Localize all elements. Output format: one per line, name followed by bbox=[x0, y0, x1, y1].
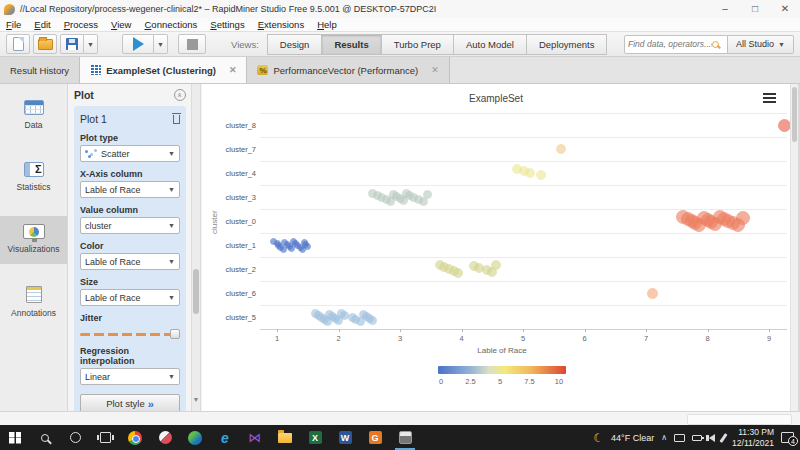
sidebar-item-visualizations[interactable]: Visualizations bbox=[0, 216, 67, 264]
menu-item-file[interactable]: File bbox=[6, 19, 21, 30]
delete-plot-icon[interactable] bbox=[173, 115, 180, 124]
taskbar-paint-button[interactable] bbox=[150, 425, 180, 450]
system-tray: ☾44°F Clear∧11:30 PM12/11/20214 bbox=[593, 427, 800, 448]
panel-scrollbar[interactable]: ▼ bbox=[192, 84, 201, 411]
new-process-button[interactable] bbox=[6, 34, 30, 54]
scatter-point[interactable] bbox=[304, 243, 311, 250]
new-file-icon bbox=[13, 37, 24, 51]
taskbar-ie-button[interactable]: e bbox=[210, 425, 240, 450]
taskbar-search-button[interactable] bbox=[30, 425, 60, 450]
save-button[interactable] bbox=[60, 34, 84, 54]
close-button[interactable]: ✕ bbox=[770, 0, 800, 18]
taskbar-rapidminer-button[interactable] bbox=[390, 425, 420, 450]
close-tab-icon[interactable]: ✕ bbox=[431, 65, 439, 75]
stop-button[interactable] bbox=[178, 34, 206, 54]
tab-result-history[interactable]: Result History bbox=[0, 57, 80, 83]
network-icon[interactable] bbox=[674, 434, 685, 442]
view-switcher: DesignResultsTurbo PrepAuto ModelDeploym… bbox=[267, 34, 608, 55]
scatter-point[interactable] bbox=[778, 119, 791, 132]
scatter-point[interactable] bbox=[368, 316, 377, 325]
y-tick-label: cluster_5 bbox=[208, 313, 256, 322]
taskbar-task-view-button[interactable] bbox=[90, 425, 120, 450]
menu-item-extensions[interactable]: Extensions bbox=[258, 19, 304, 30]
minimize-button[interactable]: – bbox=[710, 0, 740, 18]
collapse-panel-button[interactable]: » bbox=[174, 89, 186, 101]
taskbar-word-button[interactable]: W bbox=[330, 425, 360, 450]
taskbar-idm-button[interactable] bbox=[180, 425, 210, 450]
taskbar-maxthon-button[interactable]: ⋈ bbox=[240, 425, 270, 450]
panel-scrollbar-thumb[interactable] bbox=[193, 269, 199, 314]
menu-item-help[interactable]: Help bbox=[317, 19, 337, 30]
weather-status[interactable]: 44°F Clear bbox=[611, 433, 654, 443]
taskbar-grabber-button[interactable]: G bbox=[360, 425, 390, 450]
close-tab-icon[interactable]: ✕ bbox=[229, 65, 237, 75]
scatter-type-icon bbox=[85, 149, 97, 158]
regression-interpolation-dropdown[interactable]: Linear▼ bbox=[80, 368, 180, 385]
search-icon[interactable] bbox=[712, 41, 719, 48]
run-button[interactable] bbox=[122, 34, 154, 54]
menu-item-view[interactable]: View bbox=[111, 19, 131, 30]
views-label: Views: bbox=[231, 39, 259, 50]
scatter-point[interactable] bbox=[491, 260, 501, 270]
chart-menu-icon[interactable] bbox=[763, 93, 776, 103]
scatter-point[interactable] bbox=[736, 211, 750, 225]
menu-item-connections[interactable]: Connections bbox=[144, 19, 197, 30]
size-dropdown[interactable]: Lable of Race▼ bbox=[80, 289, 180, 306]
field-label-color: Color bbox=[80, 241, 180, 251]
sidebar-item-statistics[interactable]: Statistics bbox=[0, 154, 67, 202]
save-dropdown-button[interactable]: ▼ bbox=[84, 34, 98, 54]
notification-center-icon[interactable]: 4 bbox=[781, 432, 794, 443]
view-button-auto-model[interactable]: Auto Model bbox=[453, 34, 526, 55]
taskbar-start-button[interactable] bbox=[0, 425, 30, 450]
taskbar-excel-button[interactable]: X bbox=[300, 425, 330, 450]
view-button-results[interactable]: Results bbox=[321, 34, 380, 55]
scatter-point[interactable] bbox=[525, 168, 535, 178]
scatter-point[interactable] bbox=[536, 170, 546, 180]
color-dropdown[interactable]: Lable of Race▼ bbox=[80, 253, 180, 270]
jitter-slider[interactable] bbox=[80, 329, 180, 339]
x-axis-column-dropdown[interactable]: Lable of Race▼ bbox=[80, 181, 180, 198]
menu-item-process[interactable]: Process bbox=[64, 19, 98, 30]
sidebar-item-data[interactable]: Data bbox=[0, 92, 67, 140]
sidebar-item-label: Data bbox=[25, 120, 43, 130]
tab-performancevector-performance-[interactable]: %PerformanceVector (Performance)✕ bbox=[247, 57, 449, 83]
pen-input-icon[interactable] bbox=[719, 433, 727, 443]
menubar: FileEditProcessViewConnectionsSettingsEx… bbox=[0, 18, 800, 32]
sidebar-item-annotations[interactable]: Annotations bbox=[0, 278, 67, 328]
taskbar-cortana-button[interactable] bbox=[60, 425, 90, 450]
taskbar-clock[interactable]: 11:30 PM12/11/2021 bbox=[732, 427, 774, 448]
x-axis-tick bbox=[646, 329, 647, 332]
x-axis-tick bbox=[585, 329, 586, 332]
x-tick-label: 4 bbox=[459, 334, 463, 343]
plot-type-dropdown[interactable]: Scatter▼ bbox=[80, 145, 180, 162]
view-button-design[interactable]: Design bbox=[267, 34, 322, 55]
view-button-turbo-prep[interactable]: Turbo Prep bbox=[381, 34, 453, 55]
tab-exampleset-clustering-[interactable]: ExampleSet (Clustering)✕ bbox=[80, 57, 247, 83]
scatter-point[interactable] bbox=[647, 288, 658, 299]
run-dropdown-button[interactable]: ▼ bbox=[154, 34, 168, 54]
maximize-button[interactable]: □ bbox=[740, 0, 770, 18]
x-tick-label: 2 bbox=[336, 334, 340, 343]
slider-handle[interactable] bbox=[170, 329, 180, 339]
battery-icon[interactable] bbox=[692, 435, 702, 441]
chart-scrollbar[interactable] bbox=[790, 84, 798, 411]
menu-item-edit[interactable]: Edit bbox=[34, 19, 50, 30]
scroll-down-arrow-icon[interactable]: ▼ bbox=[192, 396, 200, 403]
open-process-button[interactable] bbox=[33, 34, 57, 54]
save-icon bbox=[66, 38, 78, 50]
scatter-point[interactable] bbox=[556, 144, 566, 154]
search-input[interactable] bbox=[628, 39, 712, 49]
taskbar-chrome-button[interactable] bbox=[120, 425, 150, 450]
tray-expand-icon[interactable]: ∧ bbox=[661, 433, 667, 442]
menu-item-settings[interactable]: Settings bbox=[210, 19, 244, 30]
scatter-point[interactable] bbox=[423, 190, 432, 199]
value-column-dropdown[interactable]: cluster▼ bbox=[80, 217, 180, 234]
volume-icon[interactable] bbox=[709, 434, 715, 442]
x-tick-label: 3 bbox=[398, 334, 402, 343]
chart-scrollbar-thumb[interactable] bbox=[792, 87, 797, 142]
search-scope-dropdown[interactable]: All Studio ▼ bbox=[728, 35, 794, 54]
legend-tick-label: 2.5 bbox=[465, 377, 475, 386]
taskbar-explorer-button[interactable] bbox=[270, 425, 300, 450]
scatter-point[interactable] bbox=[453, 268, 463, 278]
view-button-deployments[interactable]: Deployments bbox=[526, 34, 607, 55]
